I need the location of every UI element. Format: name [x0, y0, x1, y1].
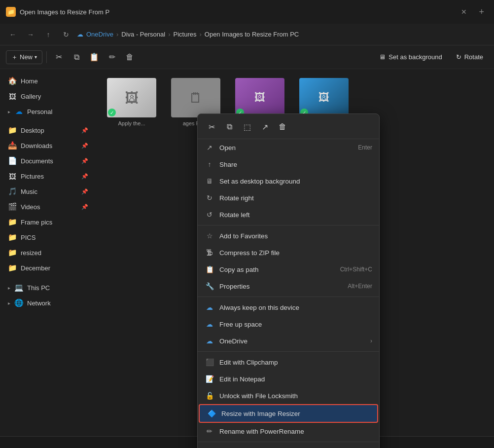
cut-button[interactable]: ✂	[51, 49, 67, 65]
keepdevice-icon: ☁	[205, 302, 214, 312]
ctx-sep-3	[198, 351, 379, 352]
breadcrumb-diva[interactable]: Diva - Personal	[121, 31, 165, 38]
ctx-copypath[interactable]: 📋 Copy as path Ctrl+Shift+C	[198, 261, 379, 278]
new-button[interactable]: ＋ New ▾	[6, 50, 42, 64]
sidebar-item-onedrive[interactable]: ▸ ☁ Personal	[2, 104, 94, 119]
ctx-rotate-right[interactable]: ↻ Rotate right	[198, 189, 379, 206]
expand-icon-onedrive: ▸	[8, 109, 10, 114]
bg-icon: 🖥	[379, 53, 386, 61]
rename-button[interactable]: ✏	[104, 49, 120, 65]
copypath-icon: 📋	[205, 264, 214, 274]
downloads-icon: 📥	[8, 141, 17, 150]
sidebar-item-videos[interactable]: 🎬 Videos 📌	[2, 199, 94, 214]
ctx-keepdevice-label: Always keep on this device	[219, 304, 299, 311]
ctx-resizer-label: Resize with Image Resizer	[221, 410, 300, 417]
breadcrumb-onedrive[interactable]: ☁	[77, 31, 83, 38]
ctx-properties[interactable]: 🔧 Properties Alt+Enter	[198, 278, 379, 295]
sidebar-item-gallery[interactable]: 🖼 Gallery	[2, 89, 94, 104]
ctx-moreoptions[interactable]: ⬚ Show more options	[198, 444, 379, 448]
ctx-compress-label: Compress to ZIP file	[219, 249, 280, 257]
ctx-sep-2	[198, 297, 379, 297]
ctx-share-label: Share	[219, 161, 237, 168]
sidebar-item-pics[interactable]: 📁 PICS	[2, 230, 94, 245]
ctx-rotate-left[interactable]: ↺ Rotate left	[198, 206, 379, 223]
ctx-open[interactable]: ↗ Open Enter	[198, 139, 379, 156]
toolbar-right: 🖥 Set as background ↻ Rotate	[374, 51, 488, 63]
december-icon: 📁	[8, 263, 17, 272]
file-thumbnail-1[interactable]: 🖼 ✓ Apply the...	[102, 75, 161, 129]
sidebar-item-downloads[interactable]: 📥 Downloads 📌	[2, 138, 94, 153]
sidebar-item-music[interactable]: 🎵 Music 📌	[2, 184, 94, 199]
expand-icon-thispc: ▸	[8, 285, 10, 291]
delete-button[interactable]: 🗑	[122, 49, 138, 65]
ctx-set-desktop-bg[interactable]: 🖥 Set as desktop background	[198, 173, 379, 189]
expand-icon-network: ▸	[8, 300, 10, 306]
up-button[interactable]: ↑	[41, 28, 55, 41]
sidebar-label-documents: Documents	[21, 157, 53, 165]
ctx-properties-label: Properties	[219, 283, 250, 290]
breadcrumb-pictures[interactable]: Pictures	[173, 31, 196, 38]
new-dropdown-icon: ▾	[35, 54, 37, 60]
breadcrumb-current[interactable]: Open Images to Resize From PC	[205, 31, 299, 38]
ctx-resizer[interactable]: 🔷 Resize with Image Resizer	[199, 404, 378, 423]
breadcrumb: ☁ OneDrive › Diva - Personal › Pictures …	[77, 31, 488, 38]
ctx-keepdevice[interactable]: ☁ Always keep on this device	[198, 299, 379, 316]
breadcrumb-onedrive-label[interactable]: OneDrive	[86, 31, 113, 38]
ctx-freeup[interactable]: ☁ Free up space	[198, 316, 379, 333]
open-icon: ↗	[205, 143, 214, 152]
sidebar-item-december[interactable]: 📁 December	[2, 261, 94, 275]
ctx-copypath-label: Copy as path	[219, 266, 259, 273]
ctx-share[interactable]: ↑ Share	[198, 156, 379, 173]
sidebar-item-home[interactable]: 🏠 Home	[2, 74, 94, 88]
sidebar-item-framepics[interactable]: 📁 Frame pics	[2, 215, 94, 229]
refresh-button[interactable]: ↻	[59, 28, 73, 41]
ctx-cut-button[interactable]: ✂	[204, 119, 219, 135]
ctx-copy-button[interactable]: ⧉	[221, 119, 237, 135]
videos-icon: 🎬	[8, 202, 17, 211]
context-menu-toolbar: ✂ ⧉ ⬚ ↗ 🗑	[198, 116, 379, 139]
sidebar-label-videos: Videos	[21, 203, 40, 211]
ctx-powerrename[interactable]: ✏ Rename with PowerRename	[198, 423, 379, 440]
toolbar: ＋ New ▾ ✂ ⧉ 📋 ✏ 🗑 🖥 Set as background ↻ …	[0, 45, 494, 69]
framepics-icon: 📁	[8, 218, 17, 226]
ctx-paste-button[interactable]: ⬚	[239, 119, 255, 135]
ctx-favorites[interactable]: ☆ Add to Favorites	[198, 227, 379, 244]
ctx-notepad[interactable]: 📝 Edit in Notepad	[198, 371, 379, 387]
freeup-icon: ☁	[205, 319, 214, 329]
sidebar-item-network[interactable]: ▸ 🌐 Network	[2, 296, 94, 310]
sidebar-item-desktop[interactable]: 📁 Desktop 📌	[2, 123, 94, 138]
ctx-locksmith-label: Unlock with File Locksmith	[219, 392, 298, 400]
close-button[interactable]: ✕	[457, 6, 471, 18]
breadcrumb-sep2: ›	[168, 31, 170, 38]
ctx-clipchamp[interactable]: ⬛ Edit with Clipchamp	[198, 354, 379, 371]
ctx-compress[interactable]: 🗜 Compress to ZIP file	[198, 244, 379, 261]
new-tab-button[interactable]: +	[475, 5, 488, 19]
sidebar-label-home: Home	[21, 77, 38, 85]
pin-icon-videos: 📌	[81, 204, 88, 210]
back-button[interactable]: ←	[6, 28, 20, 41]
ctx-locksmith[interactable]: 🔓 Unlock with File Locksmith	[198, 387, 379, 404]
copy-button[interactable]: ⧉	[69, 49, 84, 65]
set-background-button[interactable]: 🖥 Set as background	[374, 51, 447, 63]
sidebar: 🏠 Home 🖼 Gallery ▸ ☁ Personal 📁 Desktop …	[0, 69, 96, 448]
forward-button[interactable]: →	[24, 28, 37, 41]
ctx-rotate-right-label: Rotate right	[219, 194, 254, 202]
pictures-icon: 🖼	[8, 172, 17, 181]
ctx-onedrive[interactable]: ☁ OneDrive ›	[198, 333, 379, 349]
sidebar-item-pictures[interactable]: 🖼 Pictures 📌	[2, 169, 94, 184]
paste-button[interactable]: 📋	[86, 49, 102, 65]
ctx-share-button[interactable]: ↗	[257, 119, 273, 135]
sidebar-label-pics: PICS	[21, 234, 35, 241]
sidebar-label-music: Music	[21, 188, 37, 195]
sidebar-item-thispc[interactable]: ▸ 💻 This PC	[2, 280, 94, 295]
bg-label: Set as background	[388, 53, 442, 61]
sidebar-label-desktop: Desktop	[21, 127, 44, 134]
content-area: 🖼 ✓ Apply the... 🗒 ages From 🖼 ✓ Resize …	[96, 69, 494, 448]
sidebar-item-resized[interactable]: 📁 resized	[2, 245, 94, 260]
ctx-delete-button[interactable]: 🗑	[275, 119, 290, 135]
sidebar-item-documents[interactable]: 📄 Documents 📌	[2, 153, 94, 168]
onedrive-arrow-icon: ›	[370, 337, 372, 344]
rotate-button[interactable]: ↻ Rotate	[451, 51, 488, 63]
breadcrumb-sep1: ›	[116, 31, 118, 38]
compress-icon: 🗜	[205, 248, 214, 258]
